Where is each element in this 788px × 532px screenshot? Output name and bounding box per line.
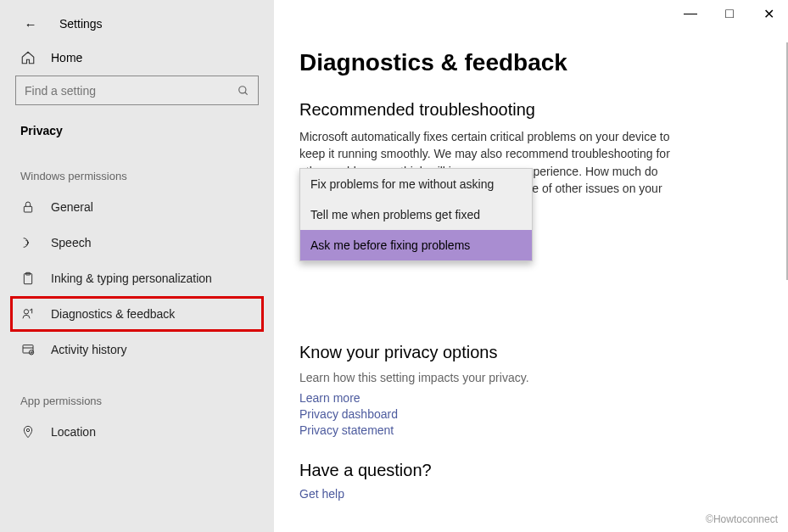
link-privacy-statement[interactable]: Privacy statement	[299, 423, 788, 437]
dropdown-option-label: Tell me when problems get fixed	[310, 208, 480, 221]
search-icon	[238, 85, 249, 97]
dropdown-option-label: Fix problems for me without asking	[310, 177, 494, 191]
svg-rect-2	[24, 206, 31, 212]
svg-point-0	[239, 86, 246, 92]
sidebar-item-location[interactable]: Location	[0, 414, 274, 450]
svg-point-10	[26, 428, 29, 431]
activity-icon	[20, 342, 36, 357]
sidebar-item-home[interactable]: Home	[0, 42, 274, 76]
svg-point-3	[27, 242, 28, 243]
section-heading-question: Have a question?	[299, 461, 788, 480]
home-icon	[20, 50, 36, 65]
sidebar-item-activity[interactable]: Activity history	[0, 332, 274, 367]
maximize-icon: □	[725, 6, 734, 21]
sidebar-subsection-app-permissions: App permissions	[0, 367, 274, 414]
dropdown-option-label: Ask me before fixing problems	[310, 238, 470, 252]
svg-line-1	[245, 92, 248, 94]
feedback-icon	[20, 306, 36, 322]
sidebar-top-row: ← Settings	[0, 0, 274, 42]
svg-point-6	[24, 310, 28, 314]
window-controls: — □ ✕	[671, 0, 788, 27]
sidebar-item-label: Diagnostics & feedback	[51, 307, 175, 321]
sidebar-item-label: Inking & typing personalization	[51, 272, 212, 285]
sidebar-item-label: Speech	[51, 236, 91, 249]
section-heading-privacy-options: Know your privacy options	[299, 343, 788, 362]
sidebar-item-inking[interactable]: Inking & typing personalization	[0, 260, 274, 296]
sidebar: ← Settings Home Privacy Windows permissi…	[0, 0, 274, 532]
link-get-help[interactable]: Get help	[299, 487, 788, 501]
close-button[interactable]: ✕	[749, 0, 788, 27]
dropdown-option-selected[interactable]: Ask me before fixing problems	[300, 230, 532, 260]
back-icon: ←	[25, 17, 37, 31]
search-box[interactable]	[15, 76, 259, 105]
sidebar-item-label: Home	[51, 51, 82, 64]
back-button[interactable]: ←	[20, 14, 41, 34]
dropdown-option[interactable]: Fix problems for me without asking	[300, 169, 532, 199]
sidebar-item-label: Activity history	[51, 343, 126, 356]
sidebar-subsection-windows-permissions: Windows permissions	[0, 143, 274, 189]
speech-icon	[20, 235, 36, 250]
section-heading-troubleshooting: Recommended troubleshooting	[299, 100, 788, 120]
content-pane: — □ ✕ Diagnostics & feedback Recommended…	[274, 0, 788, 532]
link-privacy-dashboard[interactable]: Privacy dashboard	[299, 407, 788, 421]
minimize-icon: —	[684, 6, 697, 21]
sidebar-item-label: General	[51, 200, 93, 214]
dropdown-option[interactable]: Tell me when problems get fixed	[300, 199, 532, 230]
privacy-links: Learn more Privacy dashboard Privacy sta…	[299, 391, 788, 437]
watermark: ©Howtoconnect	[706, 513, 778, 525]
link-learn-more[interactable]: Learn more	[299, 391, 788, 405]
sidebar-item-label: Location	[51, 425, 96, 439]
maximize-button[interactable]: □	[710, 0, 749, 27]
clipboard-icon	[20, 271, 36, 286]
privacy-options-desc: Learn how this setting impacts your priv…	[299, 371, 788, 384]
sidebar-section-privacy: Privacy	[0, 105, 274, 143]
app-title: Settings	[59, 17, 103, 31]
sidebar-item-speech[interactable]: Speech	[0, 225, 274, 260]
sidebar-item-general[interactable]: General	[0, 189, 274, 225]
minimize-button[interactable]: —	[671, 0, 710, 27]
location-icon	[20, 424, 36, 440]
troubleshooting-dropdown[interactable]: Fix problems for me without asking Tell …	[299, 168, 533, 261]
close-icon: ✕	[763, 6, 774, 22]
sidebar-item-diagnostics[interactable]: Diagnostics & feedback	[10, 296, 264, 332]
search-input[interactable]	[25, 84, 238, 98]
lock-icon	[20, 199, 36, 215]
